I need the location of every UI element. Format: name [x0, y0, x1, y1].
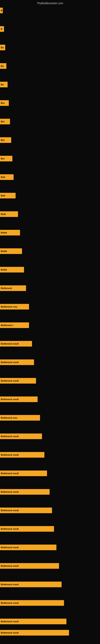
- bar-item: Bot: [0, 119, 10, 124]
- bottleneck-bar[interactable]: Bottleneck result: [0, 341, 32, 346]
- bar-item: Bottleneck result: [0, 563, 59, 569]
- bar-item: Bottleneck r: [0, 322, 29, 328]
- bottleneck-bar[interactable]: B: [0, 26, 4, 32]
- bar-item: Bo: [0, 63, 6, 69]
- bottleneck-bar[interactable]: Bot: [0, 119, 10, 124]
- bottleneck-bar[interactable]: Bottleneck result: [0, 526, 54, 532]
- bar-item: Bottleneck result: [0, 470, 47, 476]
- bar-item: Bottleneck result: [0, 360, 34, 365]
- bar-item: Bottleneck resu: [0, 415, 40, 420]
- bottleneck-bar[interactable]: Bottleneck result: [0, 378, 36, 384]
- bar-item: Bot: [0, 137, 11, 143]
- bottleneck-bar[interactable]: Bot: [0, 156, 12, 162]
- bar-item: Bottleneck result: [0, 630, 69, 636]
- bottleneck-bar[interactable]: B: [0, 8, 3, 13]
- bottleneck-bar[interactable]: Bottleneck: [0, 285, 26, 291]
- bar-item: Bottle: [0, 230, 20, 236]
- bottleneck-bar[interactable]: Bottleneck result: [0, 619, 66, 624]
- bottleneck-bar[interactable]: Bottleneck result: [0, 600, 64, 606]
- bar-item: B: [0, 26, 4, 32]
- bar-item: Bott: [0, 174, 14, 180]
- bottleneck-bar[interactable]: Bottleneck result: [0, 489, 50, 495]
- bottleneck-bar[interactable]: Bot: [0, 137, 11, 143]
- bottleneck-bar[interactable]: Bottleneck result: [0, 470, 47, 476]
- bar-item: Bo: [0, 82, 8, 87]
- bottleneck-bar[interactable]: Bottleneck result: [0, 630, 69, 636]
- bottleneck-bar[interactable]: Bottleneck result: [0, 544, 56, 550]
- bottleneck-bar[interactable]: Bottleneck result: [0, 452, 44, 458]
- bottleneck-bar[interactable]: Bottl: [0, 211, 18, 217]
- bottleneck-bar[interactable]: Bo: [0, 45, 5, 50]
- bottleneck-bar[interactable]: Bottleneck resu: [0, 415, 40, 420]
- bottleneck-bar[interactable]: Bo: [0, 82, 8, 87]
- bar-item: Bottleneck result: [0, 489, 50, 495]
- bar-item: Bottleneck result: [0, 434, 42, 439]
- bottleneck-bar[interactable]: Bottle: [0, 230, 20, 236]
- bar-item: Bottleneck result: [0, 619, 66, 624]
- bar-item: Bot: [0, 100, 9, 106]
- bar-item: Bottleneck result: [0, 600, 64, 606]
- bar-item: Bottleneck result: [0, 396, 38, 402]
- bar-item: Bottl: [0, 211, 18, 217]
- site-title: TheBottlenecker.com: [37, 2, 63, 5]
- bar-item: Bottleneck result: [0, 526, 54, 532]
- bar-item: Bottleneck resu: [0, 304, 29, 310]
- bar-item: Bottleneck result: [0, 378, 36, 384]
- bottleneck-bar[interactable]: Bottleneck result: [0, 434, 42, 439]
- bar-item: Bottleneck result: [0, 544, 56, 550]
- bottleneck-bar[interactable]: Bottleneck r: [0, 322, 29, 328]
- bar-item: Bottleneck result: [0, 341, 32, 346]
- bottleneck-bar[interactable]: Bottleneck result: [0, 508, 52, 513]
- bar-item: Bo: [0, 45, 5, 50]
- bottleneck-bar[interactable]: Bottleneck resu: [0, 304, 29, 310]
- bar-item: Bottle: [0, 248, 22, 254]
- bottleneck-bar[interactable]: Bottleneck result: [0, 563, 59, 569]
- bar-item: Bot: [0, 156, 12, 162]
- bottleneck-bar[interactable]: Bottleneck result: [0, 582, 62, 587]
- bottleneck-bar[interactable]: Bottleneck result: [0, 396, 38, 402]
- bottleneck-bar[interactable]: Bott: [0, 193, 16, 198]
- bottleneck-bar[interactable]: Bott: [0, 174, 14, 180]
- bar-item: Bott: [0, 193, 16, 198]
- bar-item: Bottle: [0, 267, 24, 272]
- bottleneck-bar[interactable]: Bottleneck result: [0, 360, 34, 365]
- bar-item: Bottleneck result: [0, 508, 52, 513]
- bar-item: Bottleneck result: [0, 452, 44, 458]
- bottleneck-bar[interactable]: Bottle: [0, 248, 22, 254]
- bar-item: Bottleneck result: [0, 582, 62, 587]
- bottleneck-bar[interactable]: Bo: [0, 63, 6, 69]
- bar-item: Bottleneck: [0, 285, 26, 291]
- bottleneck-bar[interactable]: Bottle: [0, 267, 24, 272]
- bottleneck-bar[interactable]: Bot: [0, 100, 9, 106]
- bar-item: B: [0, 8, 3, 13]
